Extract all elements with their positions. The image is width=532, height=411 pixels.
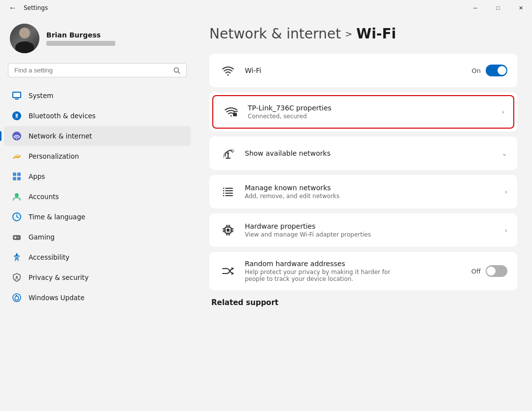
sidebar-item-apps[interactable]: Apps — [4, 167, 191, 186]
wifi-title: Wi-Fi — [245, 67, 464, 74]
main-content: Network & internet > Wi-Fi Wi-Fi — [195, 16, 532, 411]
hardware-card: Hardware properties View and manage Wi-F… — [209, 213, 517, 247]
wifi-control: On — [472, 65, 507, 76]
update-icon — [12, 293, 22, 303]
user-info: Brian Burgess — [46, 31, 115, 46]
search-box[interactable] — [8, 63, 187, 77]
sidebar-item-label: Windows Update — [29, 294, 84, 302]
random-hardware-toggle[interactable] — [486, 265, 507, 277]
user-email — [46, 41, 115, 46]
random-hardware-control: Off — [471, 265, 507, 277]
svg-rect-3 — [15, 99, 19, 100]
sidebar-item-system[interactable]: System — [4, 86, 191, 105]
sidebar-item-gaming[interactable]: Gaming — [4, 227, 191, 247]
svg-point-21 — [16, 276, 18, 278]
svg-point-7 — [16, 138, 17, 139]
manage-networks-control: › — [504, 188, 507, 196]
svg-point-5 — [12, 111, 21, 120]
search-input[interactable] — [14, 67, 169, 74]
manage-networks-card: Manage known networks Add, remove, and e… — [209, 175, 517, 208]
sidebar-item-label: Network & internet — [29, 132, 92, 140]
hardware-title: Hardware properties — [245, 222, 497, 230]
chevron-right-icon: › — [504, 226, 507, 234]
list-icon — [219, 183, 237, 201]
manage-networks-title: Manage known networks — [245, 184, 497, 192]
random-hardware-label: Off — [471, 268, 481, 275]
sidebar-item-label: Personalization — [29, 152, 79, 160]
sidebar-item-label: Bluetooth & devices — [29, 112, 96, 120]
svg-point-23 — [228, 74, 229, 76]
related-support: Related support — [209, 298, 517, 307]
random-hardware-subtitle: Help protect your privacy by making it h… — [245, 269, 402, 282]
toggle-thumb — [498, 66, 506, 75]
sidebar-item-label: Apps — [29, 172, 45, 180]
chevron-right-icon: › — [501, 108, 504, 116]
app-content: Brian Burgess — [0, 16, 532, 411]
wifi-toggle-row[interactable]: Wi-Fi On — [209, 54, 517, 87]
hardware-control: › — [504, 226, 507, 234]
svg-point-12 — [15, 193, 19, 197]
wifi-toggle[interactable] — [486, 65, 507, 76]
search-icon — [173, 67, 180, 74]
back-button[interactable]: ← — [6, 1, 20, 14]
tplink-subtitle: Connected, secured — [248, 113, 494, 120]
sidebar-item-network[interactable]: Network & internet — [4, 126, 191, 146]
wifi-toggle-card: Wi-Fi On — [209, 54, 517, 87]
manage-networks-row[interactable]: Manage known networks Add, remove, and e… — [209, 175, 517, 208]
svg-rect-4 — [13, 93, 20, 97]
random-hardware-card: Random hardware addresses Help protect y… — [209, 252, 517, 290]
titlebar: ← Settings ─ □ ✕ — [0, 0, 532, 16]
sidebar-item-privacy[interactable]: Privacy & security — [4, 268, 191, 287]
page-header: Network & internet > Wi-Fi — [209, 26, 517, 42]
page-chevron: > — [345, 29, 352, 39]
user-name: Brian Burgess — [46, 31, 115, 39]
accounts-icon — [12, 192, 22, 202]
avatar-image — [10, 24, 39, 53]
system-icon — [12, 91, 22, 101]
hardware-row[interactable]: Hardware properties View and manage Wi-F… — [209, 213, 517, 247]
available-networks-text: Show available networks — [245, 149, 494, 157]
sidebar-item-accessibility[interactable]: Accessibility — [4, 247, 191, 267]
svg-rect-25 — [233, 113, 237, 116]
minimize-button[interactable]: ─ — [464, 0, 487, 16]
wifi-icon — [219, 62, 237, 79]
hardware-subtitle: View and manage Wi-Fi adapter properties — [245, 231, 497, 238]
random-hardware-row[interactable]: Random hardware addresses Help protect y… — [209, 252, 517, 290]
available-networks-control: ⌄ — [501, 149, 507, 157]
svg-line-15 — [17, 217, 19, 218]
apps-icon — [12, 171, 22, 181]
sidebar-item-time[interactable]: Time & language — [4, 207, 191, 227]
svg-line-1 — [178, 71, 180, 73]
personalization-icon — [12, 151, 22, 161]
sidebar-item-update[interactable]: Windows Update — [4, 288, 191, 308]
avatar — [10, 24, 39, 53]
svg-point-24 — [231, 115, 232, 117]
svg-point-19 — [18, 237, 19, 238]
user-section: Brian Burgess — [0, 16, 195, 63]
sidebar-item-label: Privacy & security — [29, 274, 89, 281]
manage-networks-subtitle: Add, remove, and edit networks — [245, 193, 497, 200]
titlebar-left: ← Settings — [6, 1, 48, 14]
wifi-toggle-label: On — [472, 67, 481, 74]
tplink-row[interactable]: TP-Link_736C properties Connected, secur… — [212, 95, 514, 129]
wifi-lock-icon — [222, 103, 240, 121]
svg-rect-8 — [13, 172, 16, 176]
network-icon — [12, 131, 22, 141]
titlebar-title: Settings — [24, 4, 48, 11]
maximize-button[interactable]: □ — [487, 0, 509, 16]
manage-networks-text: Manage known networks Add, remove, and e… — [245, 184, 497, 200]
shuffle-icon — [219, 262, 237, 280]
random-hardware-text: Random hardware addresses Help protect y… — [245, 260, 464, 282]
titlebar-controls: ─ □ ✕ — [464, 0, 532, 16]
available-networks-card: Show available networks ⌄ — [209, 137, 517, 170]
available-networks-title: Show available networks — [245, 149, 494, 157]
wifi-title-text: Wi-Fi — [245, 67, 464, 74]
close-button[interactable]: ✕ — [509, 0, 532, 16]
random-hardware-title: Random hardware addresses — [245, 260, 464, 268]
sidebar-item-accounts[interactable]: Accounts — [4, 187, 191, 206]
sidebar-item-label: Gaming — [29, 233, 55, 241]
sidebar-item-personalization[interactable]: Personalization — [4, 146, 191, 166]
sidebar-item-bluetooth[interactable]: Bluetooth & devices — [4, 106, 191, 126]
tplink-card: TP-Link_736C properties Connected, secur… — [209, 92, 517, 132]
available-networks-row[interactable]: Show available networks ⌄ — [209, 137, 517, 170]
